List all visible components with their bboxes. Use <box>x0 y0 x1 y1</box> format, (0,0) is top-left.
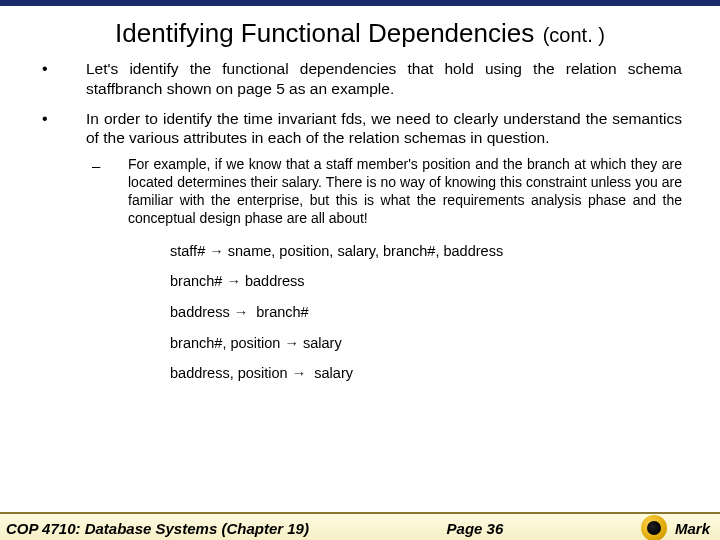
fd2-rhs: baddress <box>245 273 305 289</box>
fd-item-2: branch# → baddress <box>170 272 682 291</box>
fd5-rhs: salary <box>314 365 353 381</box>
fd-item-5: baddress, position → salary <box>170 364 682 383</box>
sub-bullet-1-text: For example, if we know that a staff mem… <box>128 156 682 226</box>
fd3-lhs: baddress <box>170 304 230 320</box>
ucf-logo-icon <box>641 515 667 540</box>
fd1-rhs: sname, position, salary, branch#, baddre… <box>228 243 503 259</box>
bullet-item-1: Let's identify the functional dependenci… <box>38 59 682 99</box>
bullet-1-post: shown on page 5 as an example. <box>162 80 394 97</box>
fd3-rhs: branch# <box>256 304 308 320</box>
fd2-lhs: branch# <box>170 273 222 289</box>
bullet-2-text: In order to identify the time invariant … <box>86 110 682 147</box>
fd-item-4: branch#, position → salary <box>170 334 682 353</box>
arrow-icon: → <box>209 243 228 259</box>
arrow-icon: → <box>234 304 253 320</box>
fd5-lhs: baddress, position <box>170 365 288 381</box>
schema-name: staffbranch <box>86 80 162 97</box>
fd4-lhs: branch#, position <box>170 335 280 351</box>
sub-bullet-list: For example, if we know that a staff mem… <box>86 156 682 382</box>
fd-item-3: baddress → branch# <box>170 303 682 322</box>
arrow-icon: → <box>284 335 303 351</box>
bullet-1-pre: Let's identify the functional dependenci… <box>86 60 682 77</box>
bullet-item-2: In order to identify the time invariant … <box>38 109 682 383</box>
footer-author: Mark <box>675 520 710 537</box>
fd-item-1: staff# → sname, position, salary, branch… <box>170 242 682 261</box>
fd-list: staff# → sname, position, salary, branch… <box>128 242 682 383</box>
footer-left: COP 4710: Database Systems (Chapter 19) <box>6 520 309 537</box>
fd4-rhs: salary <box>303 335 342 351</box>
bullet-list: Let's identify the functional dependenci… <box>38 59 682 383</box>
footer-page-number: Page 36 <box>309 520 641 537</box>
arrow-icon: → <box>226 273 245 289</box>
footer-right-group: Mark <box>641 515 710 540</box>
content-area: Let's identify the functional dependenci… <box>0 55 720 383</box>
slide-title: Identifying Functional Dependencies <box>115 18 534 48</box>
arrow-icon: → <box>292 365 311 381</box>
slide-title-suffix: (cont. ) <box>543 24 605 46</box>
footer-bar: COP 4710: Database Systems (Chapter 19) … <box>0 512 720 540</box>
sub-bullet-1: For example, if we know that a staff mem… <box>86 156 682 382</box>
title-area: Identifying Functional Dependencies (con… <box>0 6 720 55</box>
slide: Identifying Functional Dependencies (con… <box>0 0 720 540</box>
fd1-lhs: staff# <box>170 243 205 259</box>
